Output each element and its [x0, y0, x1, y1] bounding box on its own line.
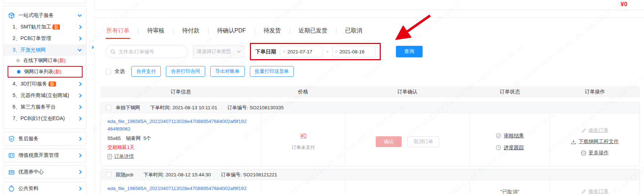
order-sn: 订单编号: SO2108121221	[221, 172, 277, 178]
sidebar-card-aftersale[interactable]: 售后服务	[3, 132, 87, 146]
query-button[interactable]: 查询	[396, 46, 423, 57]
order-header: 跟随pcb 下单时间: 2021-08-12 15:44:30 订单编号: SO…	[101, 169, 640, 180]
sidebar-item-laser-stencil[interactable]: 3、开激光钢网	[3, 44, 86, 56]
sidebar-card-label: 售后服务	[18, 136, 78, 142]
chevron-down-icon	[237, 49, 241, 53]
tab-separator	[208, 28, 208, 34]
pencil-icon	[581, 128, 586, 133]
chevron-right-icon	[78, 25, 81, 29]
order-status-cell: 审核结果 进度跟踪	[470, 113, 550, 166]
review-result-link[interactable]: 审核结果	[496, 133, 524, 139]
merge-print-contract-button[interactable]: 合并打印合同	[166, 66, 205, 77]
sidebar-subitem-stencil-order-list[interactable]: 钢网订单列表 (新)	[8, 67, 82, 76]
date-to-field[interactable]	[332, 46, 375, 57]
sidebar: 一站式电子服务 1、SMT贴片加工新 2、PCB订单管理 3、开激光钢网 在线下…	[3, 0, 87, 194]
tab-pending-ship[interactable]: 待发货	[263, 27, 282, 35]
sidebar-item-smt[interactable]: 1、SMT贴片加工新	[3, 21, 86, 33]
order-delay-note: 交期顺延1天	[107, 144, 256, 151]
order-price-cell: ¥0 订单未支付	[261, 113, 345, 166]
order-confirm-cell	[345, 180, 470, 194]
chevron-right-icon	[78, 105, 81, 109]
sidebar-item-pcb-orders[interactable]: 2、PCB订单管理	[3, 33, 86, 44]
sidebar-item-label: 2、PCB订单管理	[13, 35, 78, 42]
export-statement-button[interactable]: 导出对账单	[210, 66, 245, 77]
order-file-link[interactable]: eda_file_196565A_20210407113028e47088954…	[107, 185, 256, 192]
column-header-order-info: 订单信息	[101, 89, 261, 95]
sidebar-card-label: 公共资料	[18, 185, 78, 192]
main-area: ¥0 所有订单 待审核 待付款 待确认PDF 待发货 近期已发货 已取消	[94, 0, 644, 194]
tab-pending-pdf[interactable]: 待确认PDF	[216, 27, 247, 35]
sidebar-item-pcb-design[interactable]: 7、PCB设计(立创EDA)	[3, 113, 86, 124]
chevron-right-icon	[78, 82, 81, 86]
order-spec: 55x65 锡膏网 5个	[107, 135, 256, 142]
tab-cancelled[interactable]: 已取消	[344, 27, 363, 35]
pencil-icon	[581, 189, 586, 194]
search-box[interactable]	[106, 45, 188, 58]
order-type-select[interactable]: 请选择订单类型	[193, 45, 244, 58]
column-header-operations: 订单操作	[550, 89, 640, 95]
tab-all-orders[interactable]: 所有订单	[106, 27, 130, 35]
order-row: 单独下钢网 下单时间: 2021-08-13 10:11:01 订单编号: SO…	[101, 102, 640, 166]
subitem-label: 在线下钢网订单	[23, 57, 58, 64]
sidebar-group-one-stop[interactable]: 一站式电子服务	[3, 10, 86, 21]
order-price-link[interactable]: ¥0	[300, 133, 306, 139]
chevron-right-icon	[78, 93, 81, 97]
date-to-input[interactable]	[340, 49, 372, 54]
detail-doc-icon	[107, 154, 112, 159]
merge-pay-button[interactable]: 合并支付	[131, 66, 161, 77]
order-header: 单独下钢网 下单时间: 2021-08-13 10:11:01 订单编号: SO…	[101, 102, 640, 113]
tab-separator	[336, 28, 336, 34]
chevron-right-icon	[78, 116, 81, 120]
order-checkbox[interactable]	[106, 172, 111, 177]
sidebar-subitem-online-stencil-order[interactable]: 在线下钢网订单 (新)	[3, 56, 86, 65]
annotation-arrow	[380, 13, 435, 45]
order-file-link[interactable]: eda_file_196565A_20210407113028e47088954…	[107, 118, 256, 133]
cancel-order-button[interactable]: 取消订单	[407, 136, 439, 147]
sidebar-card-invoice[interactable]: 增值税票开票管理	[3, 149, 87, 162]
tab-pending-review[interactable]: 待审核	[146, 27, 165, 35]
order-type: 单独下钢网	[116, 105, 140, 111]
sidebar-item-third-party[interactable]: 6、第三方服务平台	[3, 101, 86, 113]
calendar-icon	[335, 49, 338, 54]
tab-pending-payment[interactable]: 待付款	[181, 27, 200, 35]
order-checkbox[interactable]	[106, 105, 111, 110]
sidebar-card-public-docs[interactable]: 公共资料	[3, 182, 87, 194]
order-row: 跟随pcb 下单时间: 2021-08-12 15:44:30 订单编号: SO…	[101, 169, 640, 194]
more-actions-link[interactable]: 更多操作	[581, 150, 609, 156]
select-all-checkbox[interactable]	[106, 69, 111, 74]
search-input[interactable]	[119, 49, 183, 54]
modify-order-link[interactable]: 修改订单	[581, 127, 609, 134]
batch-print-delivery-button[interactable]: 批量打印送货单	[250, 66, 294, 77]
sidebar-item-3d-print[interactable]: 4、3D打印服务新	[3, 78, 86, 90]
aftersale-shield-icon	[8, 136, 15, 142]
sidebar-main-card: 一站式电子服务 1、SMT贴片加工新 2、PCB订单管理 3、开激光钢网 在线下…	[3, 6, 87, 129]
coupon-icon	[8, 169, 15, 175]
chevron-right-icon	[91, 46, 93, 49]
sidebar-item-label: 5、元器件商城(立创商城)	[13, 92, 78, 99]
order-info-cell: eda_file_196565A_20210407113028e47088954…	[101, 113, 261, 166]
confirm-button[interactable]: 确认	[376, 136, 402, 147]
tab-separator	[290, 28, 290, 34]
order-operations-cell: 修改订单	[550, 180, 640, 194]
tab-recently-shipped[interactable]: 近期已发货	[298, 27, 328, 35]
download-stencil-file-link[interactable]: 下载钢网工程文件	[571, 138, 619, 145]
date-from-input[interactable]	[287, 49, 320, 54]
order-body: eda_file_196565A_20210407113028e47088954…	[101, 180, 640, 194]
sidebar-item-label: 1、SMT贴片加工新	[13, 24, 78, 30]
table-header-row: 订单信息 价格 订单确认 订单状态 订单操作	[101, 86, 640, 98]
previous-card-fragment: ¥0	[94, 0, 644, 10]
modify-order-link[interactable]: 修改订单	[581, 188, 609, 194]
sidebar-card-coupons[interactable]: 优惠券中心	[3, 165, 87, 179]
chevron-right-icon	[78, 153, 81, 157]
more-circle-icon	[581, 150, 586, 156]
sidebar-item-parts-mall[interactable]: 5、元器件商城(立创商城)	[3, 90, 86, 101]
clock-icon	[496, 145, 501, 150]
batch-actions-row: 全选 合并支付 合并打印合同 导出对账单 批量打印送货单	[106, 66, 294, 77]
search-icon	[110, 49, 116, 54]
order-body: eda_file_196565A_20210407113028e47088954…	[101, 113, 640, 166]
progress-track-link[interactable]: 进度跟踪	[496, 145, 524, 151]
date-from-field[interactable]	[280, 46, 323, 57]
sidebar-collapse-handle[interactable]	[89, 41, 95, 54]
order-sn: 订单编号: SO2108130335	[227, 105, 283, 111]
order-detail-link[interactable]: 订单详情	[107, 153, 256, 160]
